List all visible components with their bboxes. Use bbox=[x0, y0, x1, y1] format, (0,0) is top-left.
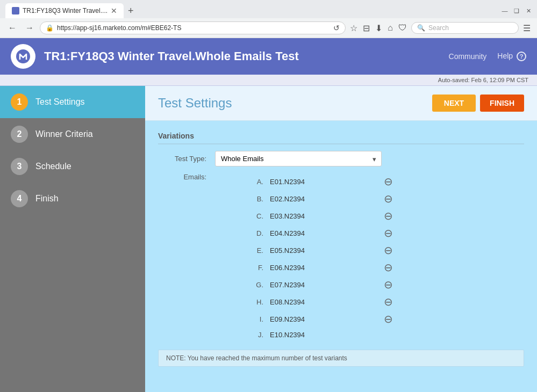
email-letter-c: C. bbox=[215, 212, 263, 220]
table-row: J. E10.N2394 bbox=[215, 328, 393, 342]
remove-email-i[interactable]: ⊖ bbox=[384, 314, 393, 324]
email-letter-d: D. bbox=[215, 229, 263, 237]
star-icon[interactable]: ☆ bbox=[349, 22, 359, 34]
remove-email-c[interactable]: ⊖ bbox=[384, 210, 393, 221]
minimize-button[interactable]: — bbox=[502, 8, 508, 14]
refresh-button[interactable]: ↺ bbox=[333, 24, 340, 32]
email-name-h: E08.N2394 bbox=[270, 298, 377, 306]
search-icon: 🔍 bbox=[417, 24, 425, 32]
autosave-text: Auto-saved: Feb 6, 12:09 PM CST bbox=[438, 77, 528, 83]
title-bar: TR1:FY18Q3 Winter Travel.... ✕ + — ❑ ✕ bbox=[0, 0, 537, 18]
table-row: H. E08.N2394 ⊖ bbox=[215, 293, 393, 310]
tab-area: TR1:FY18Q3 Winter Travel.... ✕ + bbox=[5, 3, 138, 18]
sidebar-label-schedule: Schedule bbox=[35, 162, 71, 171]
table-row: A. E01.N2394 ⊖ bbox=[215, 173, 393, 190]
remove-email-h[interactable]: ⊖ bbox=[384, 296, 393, 307]
email-letter-f: F. bbox=[215, 264, 263, 272]
remove-email-f[interactable]: ⊖ bbox=[384, 262, 393, 273]
step-4-circle: 4 bbox=[11, 190, 28, 207]
note-text: NOTE: You have reached the maximum numbe… bbox=[166, 354, 347, 362]
email-letter-a: A. bbox=[215, 178, 263, 186]
download-icon[interactable]: ⬇ bbox=[374, 22, 383, 34]
email-letter-g: G. bbox=[215, 281, 263, 289]
test-type-label: Test Type: bbox=[158, 155, 206, 163]
remove-email-d[interactable]: ⊖ bbox=[384, 228, 393, 238]
email-name-i: E09.N2394 bbox=[270, 315, 377, 323]
toolbar-icons: ☆ ⊟ ⬇ ⌂ 🛡 bbox=[349, 22, 408, 34]
browser-chrome: TR1:FY18Q3 Winter Travel.... ✕ + — ❑ ✕ ←… bbox=[0, 0, 537, 38]
sidebar-item-winner-criteria[interactable]: 2 Winner Criteria bbox=[0, 118, 145, 150]
new-tab-button[interactable]: + bbox=[124, 5, 138, 17]
emails-label-row: Emails: A. E01.N2394 ⊖ B. E02.N2394 ⊖ bbox=[158, 173, 524, 342]
remove-email-e[interactable]: ⊖ bbox=[384, 245, 393, 256]
emails-list: A. E01.N2394 ⊖ B. E02.N2394 ⊖ C. E03.N23… bbox=[215, 173, 393, 342]
menu-icon[interactable]: ☰ bbox=[522, 22, 532, 34]
next-button[interactable]: NEXT bbox=[432, 95, 476, 112]
search-bar[interactable]: 🔍 Search bbox=[411, 22, 519, 34]
email-letter-i: I. bbox=[215, 315, 263, 323]
help-link[interactable]: Help ? bbox=[497, 52, 526, 61]
remove-email-g[interactable]: ⊖ bbox=[384, 279, 393, 290]
sidebar: 1 Test Settings 2 Winner Criteria 3 Sche… bbox=[0, 86, 145, 392]
sidebar-item-test-settings[interactable]: 1 Test Settings bbox=[0, 86, 145, 118]
forward-button[interactable]: → bbox=[23, 22, 37, 34]
sidebar-label-winner-criteria: Winner Criteria bbox=[35, 129, 93, 139]
app-header: TR1:FY18Q3 Winter Travel.Whole Emails Te… bbox=[0, 38, 537, 75]
page-title: Test Settings bbox=[158, 96, 232, 111]
autosave-bar: Auto-saved: Feb 6, 12:09 PM CST bbox=[0, 75, 537, 86]
content-body: Variations Test Type: Whole Emails Subje… bbox=[145, 121, 537, 378]
test-type-select-wrapper[interactable]: Whole Emails Subject Line From Name bbox=[215, 151, 382, 166]
tab-favicon bbox=[12, 7, 19, 14]
table-row: D. E04.N2394 ⊖ bbox=[215, 224, 393, 242]
step-2-circle: 2 bbox=[11, 126, 28, 143]
email-name-d: E04.N2394 bbox=[270, 229, 377, 237]
back-button[interactable]: ← bbox=[5, 22, 19, 34]
sidebar-item-schedule[interactable]: 3 Schedule bbox=[0, 150, 145, 183]
email-name-b: E02.N2394 bbox=[270, 195, 377, 203]
table-row: E. E05.N2394 ⊖ bbox=[215, 242, 393, 259]
email-letter-b: B. bbox=[215, 195, 263, 203]
shield-icon[interactable]: 🛡 bbox=[397, 22, 408, 34]
email-name-j: E10.N2394 bbox=[270, 331, 377, 339]
table-row: G. E07.N2394 ⊖ bbox=[215, 276, 393, 293]
step-1-circle: 1 bbox=[11, 93, 28, 111]
lock-icon: 🔒 bbox=[46, 24, 54, 32]
app-title: TR1:FY18Q3 Winter Travel.Whole Emails Te… bbox=[44, 49, 449, 63]
maximize-button[interactable]: ❑ bbox=[513, 8, 520, 14]
search-placeholder: Search bbox=[428, 24, 449, 32]
emails-section: Emails: A. E01.N2394 ⊖ B. E02.N2394 ⊖ bbox=[158, 173, 524, 342]
sidebar-label-test-settings: Test Settings bbox=[35, 97, 85, 107]
header-links: Community Help ? bbox=[449, 52, 526, 61]
address-bar[interactable]: 🔒 https://app-sj16.marketo.com/m#EBE62-T… bbox=[40, 21, 346, 34]
email-name-a: E01.N2394 bbox=[270, 178, 377, 186]
section-title: Variations bbox=[158, 132, 524, 144]
content-area: Test Settings NEXT FINISH Variations Tes… bbox=[145, 86, 537, 392]
community-link[interactable]: Community bbox=[449, 52, 487, 61]
remove-email-a[interactable]: ⊖ bbox=[384, 176, 393, 187]
sidebar-item-finish[interactable]: 4 Finish bbox=[0, 183, 145, 215]
email-name-g: E07.N2394 bbox=[270, 281, 377, 289]
main-layout: 1 Test Settings 2 Winner Criteria 3 Sche… bbox=[0, 86, 537, 392]
table-row: B. E02.N2394 ⊖ bbox=[215, 190, 393, 207]
remove-email-b[interactable]: ⊖ bbox=[384, 193, 393, 204]
app-logo bbox=[11, 44, 35, 69]
email-name-c: E03.N2394 bbox=[270, 212, 377, 220]
table-row: C. E03.N2394 ⊖ bbox=[215, 207, 393, 224]
finish-button[interactable]: FINISH bbox=[480, 95, 524, 112]
home-icon[interactable]: ⌂ bbox=[386, 22, 394, 34]
window-controls: — ❑ ✕ bbox=[502, 8, 532, 14]
svg-point-0 bbox=[16, 49, 30, 63]
header-buttons: NEXT FINISH bbox=[432, 95, 524, 112]
email-letter-j: J. bbox=[215, 331, 263, 339]
email-letter-e: E. bbox=[215, 246, 263, 255]
step-3-circle: 3 bbox=[11, 158, 28, 175]
emails-label: Emails: bbox=[158, 173, 206, 181]
test-type-select[interactable]: Whole Emails Subject Line From Name bbox=[215, 151, 382, 166]
table-row: I. E09.N2394 ⊖ bbox=[215, 310, 393, 328]
tab-close-btn[interactable]: ✕ bbox=[111, 6, 117, 15]
sidebar-label-finish: Finish bbox=[35, 194, 59, 204]
email-name-e: E05.N2394 bbox=[270, 246, 377, 255]
bookmark-icon[interactable]: ⊟ bbox=[362, 22, 371, 34]
active-tab[interactable]: TR1:FY18Q3 Winter Travel.... ✕ bbox=[5, 3, 124, 18]
close-button[interactable]: ✕ bbox=[525, 8, 532, 14]
